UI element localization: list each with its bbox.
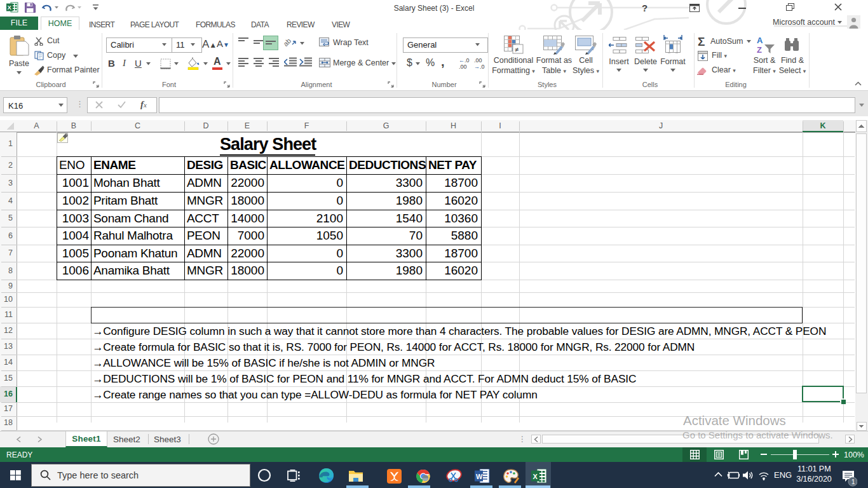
svg-text:1: 1 [851,478,855,485]
svg-text:W: W [476,473,483,480]
svg-text:X: X [533,473,538,480]
svg-text:≠: ≠ [515,46,519,53]
svg-text:ab: ab [284,37,292,48]
svg-text:Z: Z [757,45,762,55]
svg-text:A: A [757,36,763,45]
